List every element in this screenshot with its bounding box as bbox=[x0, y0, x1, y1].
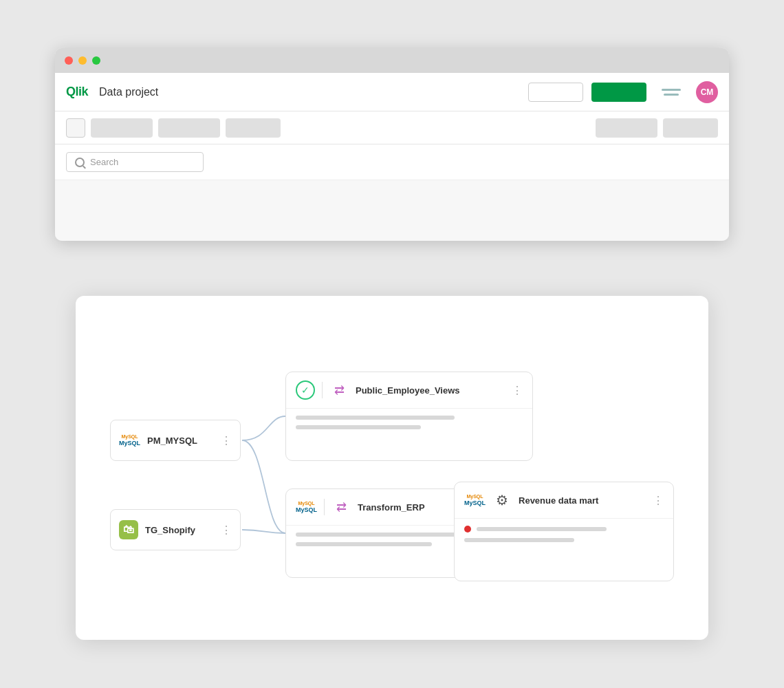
app-header: Qlik Data project CM bbox=[55, 73, 729, 111]
mysql-logo-erp: MySQL MySQL bbox=[296, 501, 317, 514]
revenue-mart-line-2 bbox=[464, 538, 574, 542]
header-divider-2 bbox=[324, 499, 325, 515]
toolbar-pill-2[interactable] bbox=[158, 118, 220, 138]
search-bar: Search bbox=[55, 144, 729, 180]
tg-shopify-label: TG_Shopify bbox=[145, 525, 214, 535]
mysql-logo-pm: MySQL MySQL bbox=[119, 434, 140, 447]
employee-views-line-1 bbox=[296, 416, 455, 420]
employee-views-header: ✓ ⇄ Public_Employee_Views ⋮ bbox=[286, 372, 532, 409]
revenue-mart-line-1 bbox=[477, 527, 607, 531]
check-icon: ✓ bbox=[296, 380, 315, 400]
employee-views-menu[interactable]: ⋮ bbox=[512, 384, 523, 397]
header-green-button[interactable] bbox=[591, 83, 646, 102]
transform-erp-line-1 bbox=[296, 533, 466, 537]
search-icon bbox=[75, 158, 85, 167]
menu-line-2 bbox=[664, 94, 679, 96]
revenue-mart-header: MySQL MySQL ⚙ Revenue data mart ⋮ bbox=[455, 482, 673, 519]
employee-views-title: Public_Employee_Views bbox=[356, 385, 505, 396]
revenue-mart-menu[interactable]: ⋮ bbox=[653, 494, 664, 507]
pipeline-card: MySQL MySQL PM_MYSQL ⋮ 🛍 TG_Shopify ⋮ ✓ … bbox=[76, 296, 708, 640]
toolbar-pill-right-2[interactable] bbox=[663, 118, 718, 138]
qlik-logo-text: Qlik bbox=[66, 85, 88, 99]
employee-views-line-2 bbox=[296, 425, 421, 429]
browser-window: Qlik Data project CM bbox=[55, 48, 729, 241]
user-avatar[interactable]: CM bbox=[696, 81, 718, 103]
app-toolbar bbox=[55, 111, 729, 144]
toolbar-pill-3[interactable] bbox=[226, 118, 281, 138]
pm-mysql-menu[interactable]: ⋮ bbox=[221, 434, 232, 447]
app-title: Data project bbox=[99, 86, 158, 98]
browser-close-dot[interactable] bbox=[65, 56, 73, 65]
toolbar-pill-right-1[interactable] bbox=[596, 118, 657, 138]
menu-line-1 bbox=[662, 89, 681, 91]
tg-shopify-menu[interactable]: ⋮ bbox=[221, 524, 232, 537]
transform-erp-line-2 bbox=[296, 542, 432, 546]
transform-icon-2: ⇄ bbox=[331, 497, 351, 517]
transform-icon-1: ⇄ bbox=[329, 380, 349, 400]
toolbar-pill-1[interactable] bbox=[91, 118, 153, 138]
header-menu-button[interactable] bbox=[655, 83, 688, 102]
qlik-logo: Qlik bbox=[66, 85, 88, 99]
node-pm-mysql[interactable]: MySQL MySQL PM_MYSQL ⋮ bbox=[110, 420, 241, 461]
search-input[interactable]: Search bbox=[90, 157, 118, 167]
app-canvas bbox=[55, 180, 729, 216]
node-tg-shopify[interactable]: 🛍 TG_Shopify ⋮ bbox=[110, 509, 241, 550]
pm-mysql-label: PM_MYSQL bbox=[147, 436, 214, 446]
header-divider-1 bbox=[322, 382, 323, 398]
mysql-logo-dest: MySQL MySQL bbox=[464, 494, 486, 507]
browser-titlebar bbox=[55, 48, 729, 73]
shopify-logo: 🛍 bbox=[119, 520, 138, 539]
employee-views-body bbox=[286, 409, 532, 436]
pipeline-diagram: MySQL MySQL PM_MYSQL ⋮ 🛍 TG_Shopify ⋮ ✓ … bbox=[110, 337, 674, 599]
cog-icon: ⚙ bbox=[492, 491, 512, 510]
browser-content: Qlik Data project CM bbox=[55, 73, 729, 241]
node-revenue-mart[interactable]: MySQL MySQL ⚙ Revenue data mart ⋮ bbox=[454, 482, 674, 581]
search-input-wrapper[interactable]: Search bbox=[66, 152, 204, 172]
error-indicator bbox=[464, 526, 471, 533]
node-employee-views[interactable]: ✓ ⇄ Public_Employee_Views ⋮ bbox=[285, 372, 533, 461]
browser-minimize-dot[interactable] bbox=[78, 56, 87, 65]
revenue-mart-title: Revenue data mart bbox=[519, 495, 646, 506]
toolbar-add-button[interactable] bbox=[66, 118, 85, 138]
header-outline-button[interactable] bbox=[528, 83, 583, 102]
browser-maximize-dot[interactable] bbox=[92, 56, 100, 65]
revenue-mart-body bbox=[455, 519, 673, 549]
